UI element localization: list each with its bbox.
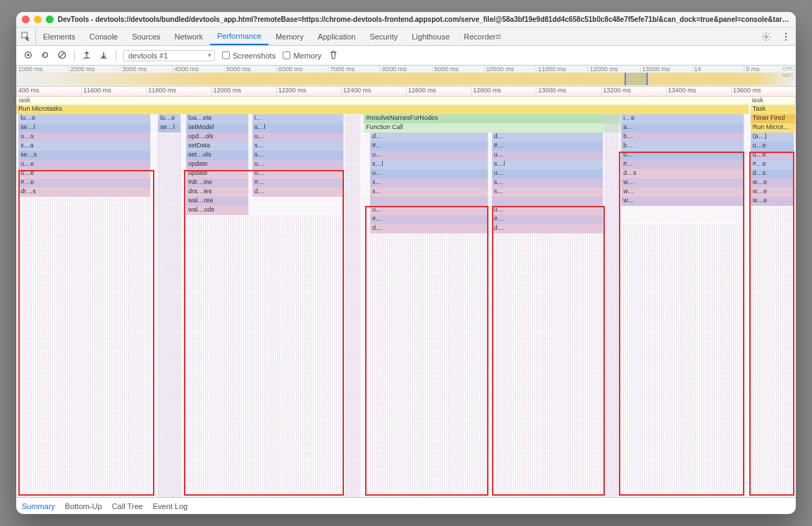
flame-frame[interactable]: se…s xyxy=(18,151,151,160)
flame-frame[interactable]: wal…ree xyxy=(186,197,248,206)
tab-performance[interactable]: Performance xyxy=(210,27,269,45)
flame-frame[interactable]: u… xyxy=(621,151,744,160)
flame-frame[interactable]: set…ols xyxy=(186,151,248,160)
flame-frame[interactable]: #… xyxy=(492,142,603,151)
reload-record-button[interactable] xyxy=(40,50,50,61)
flame-frame[interactable]: dr…s xyxy=(18,188,151,197)
flame-frame[interactable]: u… xyxy=(252,133,343,142)
timeline-overview[interactable]: 1000 ms2000 ms3000 ms4000 ms5000 ms6000 … xyxy=(16,66,796,87)
flame-frame[interactable]: #… xyxy=(621,160,744,169)
flame-frame[interactable]: w… xyxy=(621,178,744,188)
flame-chart[interactable]: Run Microtasks Task Timer Fired Run Micr… xyxy=(16,105,796,497)
tab-elements[interactable]: Elements xyxy=(36,27,82,45)
flame-frame[interactable]: s… xyxy=(370,178,488,188)
flame-frame[interactable]: b… xyxy=(621,133,744,142)
upload-button[interactable] xyxy=(82,50,92,61)
maximize-window-button[interactable] xyxy=(46,16,54,23)
flame-frame[interactable]: d… xyxy=(252,188,343,197)
flame-frame[interactable]: s…l xyxy=(370,160,488,169)
flame-frame[interactable]: u…e xyxy=(751,142,794,151)
record-button[interactable] xyxy=(23,50,33,61)
details-tab-event-log[interactable]: Event Log xyxy=(153,502,188,510)
flame-frame[interactable]: i… xyxy=(252,114,343,123)
screenshots-checkbox[interactable]: Screenshots xyxy=(222,51,276,60)
flame-frame[interactable]: u…e xyxy=(18,160,151,169)
flame-frame[interactable]: s… xyxy=(492,188,603,197)
flame-frame[interactable]: wal…ode xyxy=(186,206,248,215)
flame-frame[interactable]: s… xyxy=(252,151,343,160)
flame-frame[interactable]: w…e xyxy=(751,178,794,188)
flame-frame[interactable] xyxy=(370,197,488,206)
flame-frame[interactable]: u… xyxy=(370,206,488,215)
flame-frame[interactable]: #…e xyxy=(18,178,151,188)
flame-frame[interactable]: (a…) xyxy=(751,133,794,142)
flame-frame[interactable]: s…l xyxy=(252,123,343,133)
flame-frame[interactable]: se…l xyxy=(18,123,151,133)
flame-frame[interactable]: b… xyxy=(621,142,744,151)
flame-frame[interactable]: u… xyxy=(370,169,488,178)
flame-frame[interactable]: setData xyxy=(186,142,248,151)
flame-frame[interactable]: #… xyxy=(492,215,603,224)
flame-frame[interactable]: #… xyxy=(370,215,488,224)
settings-button[interactable] xyxy=(756,32,776,42)
flame-frame[interactable]: u…e xyxy=(751,151,794,160)
flame-frame[interactable]: i…e xyxy=(621,114,744,123)
clear-button[interactable] xyxy=(57,50,67,61)
flame-frame[interactable]: a… xyxy=(621,123,744,133)
details-tab-bottom-up[interactable]: Bottom-Up xyxy=(65,502,102,510)
flame-frame[interactable]: d… xyxy=(370,133,488,142)
flame-frame[interactable]: lo…e xyxy=(18,114,151,123)
memory-checkbox[interactable]: Memory xyxy=(283,51,321,60)
close-window-button[interactable] xyxy=(22,16,30,23)
more-button[interactable] xyxy=(776,32,796,42)
flame-frame[interactable]: #… xyxy=(370,142,488,151)
flame-frame[interactable]: u… xyxy=(252,169,343,178)
details-tab-call-tree[interactable]: Call Tree xyxy=(112,502,143,510)
download-button[interactable] xyxy=(99,50,109,61)
flame-frame[interactable]: se…l xyxy=(158,123,181,133)
target-dropdown[interactable]: devtools #1 xyxy=(123,50,215,61)
flame-frame[interactable]: update xyxy=(186,160,248,169)
tab-lighthouse[interactable]: Lighthouse xyxy=(405,27,457,45)
tab-application[interactable]: Application xyxy=(311,27,363,45)
flame-frame[interactable]: upd…ols xyxy=(186,133,248,142)
flame-frame[interactable]: d…s xyxy=(751,169,794,178)
details-tab-summary[interactable]: Summary xyxy=(22,502,55,510)
flame-frame[interactable]: #…e xyxy=(751,160,794,169)
flame-frame[interactable]: w… xyxy=(621,197,744,206)
flame-frame[interactable]: update xyxy=(186,169,248,178)
tab-sources[interactable]: Sources xyxy=(125,27,167,45)
tab-memory[interactable]: Memory xyxy=(269,27,311,45)
flame-frame[interactable]: s…l xyxy=(492,160,603,169)
flame-frame[interactable]: u… xyxy=(492,169,603,178)
flame-frame[interactable]: u… xyxy=(492,151,603,160)
flame-frame[interactable]: u…s xyxy=(18,133,151,142)
flame-frame[interactable]: #dr…ine xyxy=(186,178,248,188)
trash-button[interactable] xyxy=(328,50,338,61)
minimize-window-button[interactable] xyxy=(34,16,42,23)
flame-frame[interactable]: w… xyxy=(621,188,744,197)
tab-console[interactable]: Console xyxy=(82,27,125,45)
flame-frame[interactable]: loa…ete xyxy=(186,114,248,123)
flame-frame[interactable]: #… xyxy=(252,178,343,188)
flame-frame[interactable]: d…s xyxy=(621,169,744,178)
flame-frame[interactable] xyxy=(492,197,603,206)
tab-security[interactable]: Security xyxy=(362,27,405,45)
flame-frame[interactable]: dra…ies xyxy=(186,188,248,197)
flame-frame[interactable]: s… xyxy=(492,178,603,188)
flame-frame[interactable]: d… xyxy=(370,224,488,233)
tab-recorder[interactable]: Recorder ⚖ xyxy=(457,27,508,45)
flame-frame[interactable]: setModel xyxy=(186,123,248,133)
flame-frame[interactable]: s…a xyxy=(18,142,151,151)
tab-network[interactable]: Network xyxy=(168,27,210,45)
flame-frame[interactable]: u… xyxy=(492,206,603,215)
flame-frame[interactable]: lo…e xyxy=(158,114,181,123)
flame-frame[interactable]: s… xyxy=(252,142,343,151)
flame-frame[interactable]: d… xyxy=(492,133,603,142)
flame-frame[interactable]: s… xyxy=(370,188,488,197)
inspect-element-button[interactable] xyxy=(16,27,36,45)
flame-frame[interactable]: w…e xyxy=(751,197,794,206)
flame-frame[interactable]: u… xyxy=(252,160,343,169)
flame-frame[interactable]: d… xyxy=(492,224,603,233)
flame-frame[interactable]: u…e xyxy=(18,169,151,178)
